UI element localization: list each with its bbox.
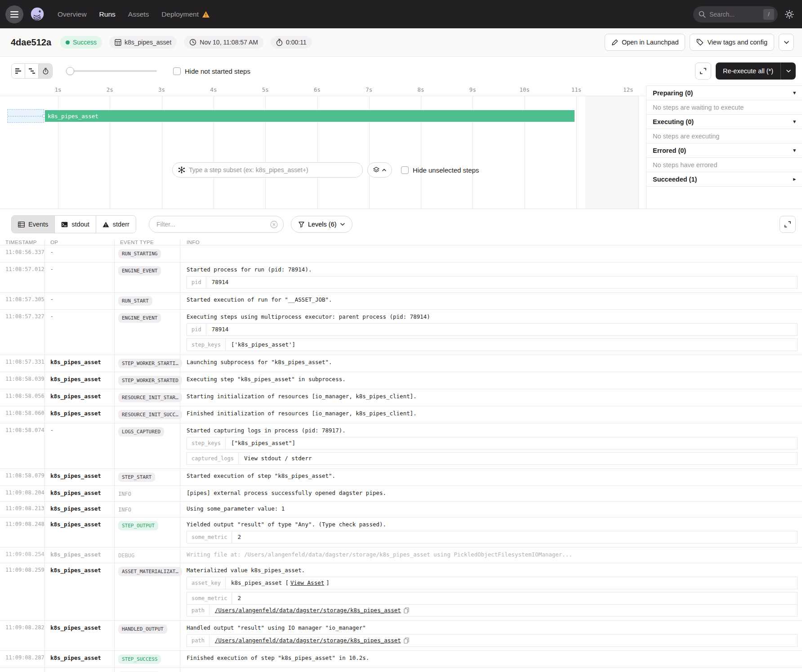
info-text: Started execution of step "k8s_pipes_ass… [187, 472, 798, 480]
step-subset-field[interactable] [172, 162, 363, 178]
op-cell: - [45, 310, 115, 355]
view-tags-config-button[interactable]: View tags and config [690, 34, 774, 51]
step-status-label: Preparing (0) [653, 89, 693, 97]
gantt-step-bar[interactable]: k8s_pipes_asset [45, 110, 575, 122]
global-search[interactable]: / [693, 6, 778, 22]
job-pill[interactable]: k8s_pipes_asset [109, 36, 177, 49]
log-filter-field[interactable] [149, 216, 284, 233]
timestamp-cell: 11:09:08.204 [0, 486, 45, 501]
event-type-cell: INFO [115, 502, 180, 517]
chevron-down-icon [786, 70, 791, 72]
view-asset-link[interactable]: View Asset [290, 579, 324, 587]
table-row: 11:09:08.254k8s_pipes_assetDEBUGWriting … [0, 547, 802, 563]
info-text: Starting initialization of resources [io… [187, 393, 798, 400]
gantt-zoom-knob[interactable] [66, 67, 74, 75]
gantt-waterfall-view-button[interactable] [25, 64, 39, 78]
logs-expand-button[interactable] [780, 216, 796, 233]
logs-section: Events stdout stderr [0, 209, 802, 672]
gantt-expand-button[interactable] [695, 62, 711, 80]
tab-stderr[interactable]: stderr [96, 216, 136, 233]
gear-icon[interactable] [785, 10, 794, 19]
levels-dropdown-button[interactable]: Levels (6) [291, 216, 352, 233]
open-in-launchpad-button[interactable]: Open in Launchpad [605, 34, 686, 51]
metadata-row: path/Users/alangenfeld/data/dagster/stor… [187, 635, 797, 646]
metadata-key: step_keys [187, 437, 226, 449]
log-filter-input[interactable] [156, 221, 270, 228]
path-link[interactable]: /Users/alangenfeld/data/dagster/storage/… [215, 607, 401, 614]
path-link[interactable]: /Users/alangenfeld/data/dagster/storage/… [215, 637, 401, 644]
hamburger-menu-button[interactable] [5, 5, 23, 23]
metadata-key: some_metric [187, 531, 232, 543]
reexecute-dropdown-button[interactable] [780, 62, 796, 80]
event-type-badge: STEP_WORKER_STARTI… [118, 359, 182, 368]
step-status-empty-message: No steps are waiting to execute [646, 100, 802, 115]
info-cell: Handled output "result" using IO manager… [180, 621, 802, 650]
metadata-table: pid78914 [187, 323, 798, 336]
metadata-text: ['k8s_pipes_asset'] [231, 341, 295, 348]
log-view-tabs: Events stdout stderr [11, 215, 136, 233]
hide-unselected-label: Hide unselected steps [413, 166, 479, 174]
copy-path-button[interactable] [403, 607, 410, 614]
run-header-more-button[interactable] [779, 34, 794, 51]
step-status-section-preparing[interactable]: Preparing (0)▾ [646, 86, 802, 100]
info-cell: Finished initialization of resources [io… [180, 406, 802, 423]
metadata-row: step_keys["k8s_pipes_asset"] [187, 437, 797, 449]
info-cell: Finished execution of step "k8s_pipes_as… [180, 651, 802, 668]
event-type-cell: RUN_START [115, 293, 180, 309]
run-header: 4dae512a Success k8s_pipes_asset Nov 10,… [0, 28, 802, 57]
metadata-key: captured_logs [187, 453, 239, 464]
info-text: Materialized value k8s_pipes_asset. [187, 567, 798, 574]
timestamp-cell: 11:09:08.484 [0, 668, 45, 672]
reexecute-all-button[interactable]: Re-execute all (*) [716, 67, 780, 75]
metadata-value: View stdout / stderr [239, 453, 797, 464]
hide-unselected-checkbox[interactable] [401, 166, 409, 174]
table-row: 11:08:57.305-RUN_STARTStarted execution … [0, 293, 802, 310]
step-status-section-errored[interactable]: Errored (0)▾ [646, 143, 802, 158]
timestamp-cell: 11:08:58.079 [0, 469, 45, 485]
view-stdout-stderr-link[interactable]: View stdout / stderr [244, 455, 312, 462]
event-type-badge: STEP_START [118, 472, 155, 482]
filter-funnel-icon [299, 222, 304, 227]
step-status-section-executing[interactable]: Executing (0)▾ [646, 115, 802, 129]
event-type-cell: DEBUG [115, 547, 180, 563]
axis-tick-label: 10s [519, 86, 530, 93]
metadata-table: step_keys['k8s_pipes_asset'] [187, 338, 798, 351]
info-cell: Executing steps using multiprocess execu… [180, 310, 802, 355]
event-type-cell: ENGINE_EVENT [115, 668, 180, 672]
step-status-empty-message: No steps have errored [646, 158, 802, 172]
info-cell: Using some_parameter value: 1 [180, 502, 802, 517]
graph-query-toggle-button[interactable] [367, 162, 392, 178]
op-cell: k8s_pipes_asset [45, 469, 115, 485]
axis-tick-label: 1s [54, 86, 61, 93]
search-input[interactable] [709, 11, 763, 18]
gantt-zoom-slider[interactable] [67, 70, 157, 72]
axis-tick-label: 12s [623, 86, 633, 93]
metadata-row: path/Users/alangenfeld/data/dagster/stor… [187, 604, 797, 616]
nav-item-deployment[interactable]: Deployment [161, 10, 209, 18]
table-row: 11:09:08.282k8s_pipes_assetHANDLED_OUTPU… [0, 621, 802, 651]
op-cell: k8s_pipes_asset [45, 372, 115, 389]
nav-item-overview[interactable]: Overview [58, 10, 87, 18]
event-type-badge: HANDLED_OUTPUT [118, 624, 167, 634]
step-status-empty-message: No steps are executing [646, 129, 802, 143]
metadata-value: 2 [232, 531, 797, 543]
step-subset-input[interactable] [189, 166, 357, 174]
metadata-value: k8s_pipes_asset [View Asset] [226, 577, 797, 589]
gantt-flat-view-button[interactable] [12, 64, 25, 78]
gantt-timed-view-button[interactable] [39, 64, 52, 78]
step-status-section-succeeded[interactable]: Succeeded (1)▸ [646, 172, 802, 187]
event-type-badge: RESOURCE_INIT_STAR… [118, 393, 182, 402]
event-type-badge: INFO [118, 491, 131, 497]
tab-stdout[interactable]: stdout [55, 216, 96, 233]
metadata-key: asset_key [187, 577, 226, 589]
metadata-value: 78914 [206, 324, 797, 335]
nav-item-runs[interactable]: Runs [99, 10, 116, 18]
hide-not-started-checkbox[interactable] [173, 67, 181, 75]
tab-events[interactable]: Events [12, 216, 55, 233]
nav-item-assets[interactable]: Assets [128, 10, 149, 18]
copy-path-button[interactable] [403, 637, 410, 644]
event-type-cell: HANDLED_OUTPUT [115, 621, 180, 650]
metadata-table: path/Users/alangenfeld/data/dagster/stor… [187, 634, 798, 647]
table-row: 11:08:58.074-LOGS_CAPTUREDStarted captur… [0, 423, 802, 469]
clear-filter-icon[interactable] [270, 221, 278, 228]
